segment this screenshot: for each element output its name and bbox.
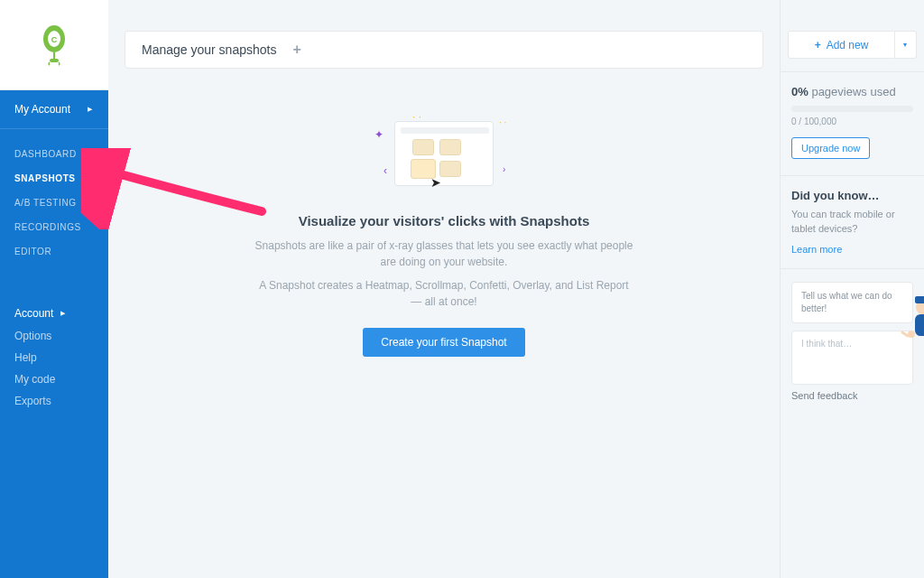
learn-more-link[interactable]: Learn more [791,244,842,255]
chevron-right-icon: ▶ [88,106,92,113]
send-feedback-button[interactable]: Send feedback [791,390,913,401]
nav-item-exports[interactable]: Exports [0,390,108,412]
account-heading-label: Account [14,307,53,320]
add-new-button[interactable]: + Add new [788,31,895,59]
chevron-down-icon: ▾ [903,41,907,49]
nav-item-recordings[interactable]: RECORDINGS [0,215,108,239]
snapshots-illustration: ✦ ‹ · · · · › ➤ [367,110,521,200]
primary-nav: DASHBOARD SNAPSHOTS A/B TESTING RECORDIN… [0,129,108,271]
account-nav: Account ▶ Options Help My code Exports [0,287,108,423]
chevron-right-icon: ▶ [60,310,65,317]
add-new-split-button: + Add new ▾ [788,31,917,59]
add-new-label: Add new [827,39,869,51]
nav-item-my-code[interactable]: My code [0,368,108,390]
page-title: Manage your snapshots [142,42,276,57]
brand-logo[interactable]: C [0,0,108,90]
nav-item-options[interactable]: Options [0,325,108,347]
usage-panel: 0% pageviews used 0 / 100,000 Upgrade no… [781,71,924,176]
feedback-input[interactable]: I think that… [791,331,913,385]
did-you-know-panel: Did you know… You can track mobile or ta… [781,176,924,269]
upgrade-button[interactable]: Upgrade now [791,137,870,159]
empty-state: ✦ ‹ · · · · › ➤ Visualize your visitors'… [254,110,633,357]
did-you-know-heading: Did you know… [791,189,913,202]
feedback-panel: Tell us what we can do better! I think t… [781,269,924,414]
usage-counts: 0 / 100,000 [791,117,913,126]
usage-title-suffix: pageviews used [808,85,896,98]
empty-heading: Visualize your visitors' clicks with Sna… [254,213,633,228]
add-snapshot-plus-icon[interactable]: + [292,42,300,57]
create-first-snapshot-button[interactable]: Create your first Snapshot [363,328,524,357]
nav-item-editor[interactable]: EDITOR [0,239,108,264]
svg-rect-3 [50,59,59,62]
svg-rect-7 [915,314,924,336]
svg-rect-5 [915,296,924,303]
usage-percent: 0% [791,85,808,98]
feedback-prompt: Tell us what we can do better! [791,282,913,323]
crazyegg-logo-icon: C [42,24,67,66]
add-new-dropdown-toggle[interactable]: ▾ [895,31,917,59]
svg-text:C: C [51,35,58,44]
nav-item-ab-testing[interactable]: A/B TESTING [0,191,108,215]
plus-icon: + [815,39,821,51]
usage-title: 0% pageviews used [791,85,913,98]
topbar: Manage your snapshots + [125,31,763,69]
nav-item-help[interactable]: Help [0,347,108,368]
empty-paragraph-2: A Snapshot creates a Heatmap, Scrollmap,… [254,277,633,310]
account-heading: Account ▶ [0,298,108,325]
my-account-menu[interactable]: My Account ▶ [0,90,108,129]
svg-rect-6 [920,296,924,298]
usage-progress-bar [791,106,913,112]
my-account-label: My Account [14,103,70,116]
did-you-know-text: You can track mobile or tablet devices? [791,208,913,237]
nav-item-snapshots[interactable]: SNAPSHOTS [0,166,108,191]
nav-item-dashboard[interactable]: DASHBOARD [0,142,108,166]
svg-point-4 [916,299,924,315]
empty-paragraph-1: Snapshots are like a pair of x-ray glass… [254,238,633,270]
